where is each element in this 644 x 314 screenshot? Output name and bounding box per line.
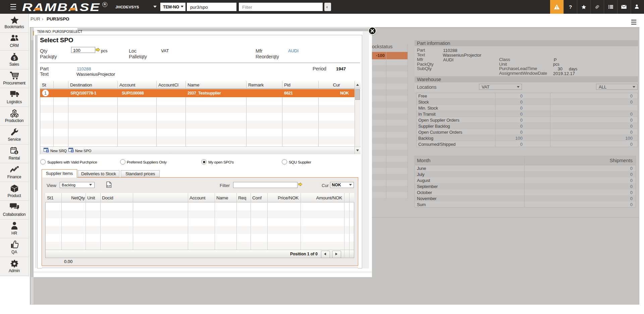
svg-text:SUP: SUP xyxy=(107,185,111,187)
svg-text:$: $ xyxy=(13,56,16,61)
svg-text:$: $ xyxy=(15,150,17,154)
